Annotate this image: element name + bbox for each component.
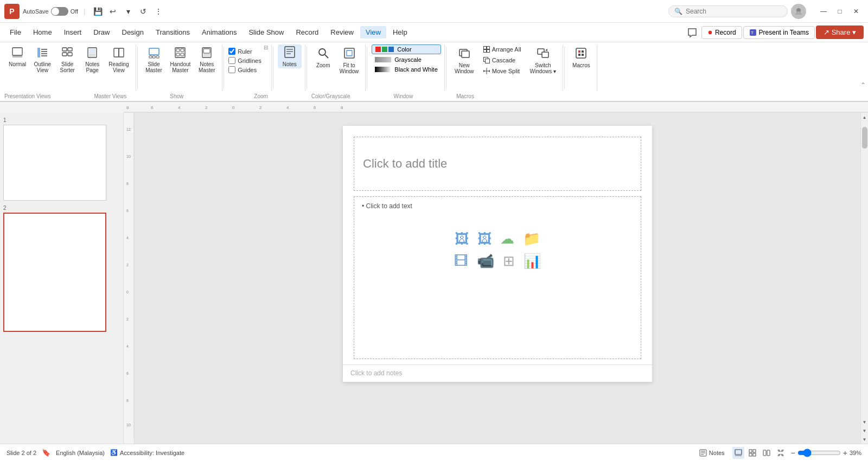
normal-view-button[interactable]: Normal (5, 44, 29, 69)
scroll-down-arrow-3[interactable]: ▼ (861, 435, 869, 444)
customize-button[interactable]: ⋮ (151, 4, 165, 18)
notes-page-button[interactable]: NotesPage (80, 44, 104, 75)
content-placeholder[interactable]: • Click to add text 🖼 🖼 ☁ 📁 🎞 📹 ⊞ (354, 196, 641, 359)
menu-slideshow[interactable]: Slide Show (243, 26, 289, 39)
macros-button[interactable]: Macros (569, 44, 593, 71)
editing-area[interactable]: Click to add title • Click to add text 🖼… (135, 113, 860, 444)
undo-button[interactable]: ↩ (106, 4, 120, 18)
close-button[interactable]: ✕ (848, 4, 864, 19)
reading-view-button[interactable]: ReadingView (105, 44, 132, 75)
notes-status-button[interactable]: Notes (696, 448, 728, 458)
menu-draw[interactable]: Draw (88, 26, 115, 39)
color-mode-bw[interactable]: Black and White (372, 65, 441, 74)
scroll-down-arrow-1[interactable]: ▼ (861, 418, 869, 426)
notes-area[interactable]: Click to add notes (343, 364, 652, 382)
menu-design[interactable]: Design (117, 26, 149, 39)
menu-view[interactable]: View (360, 26, 386, 39)
fit-to-window-button[interactable]: Fit toWindow (336, 44, 362, 76)
color-mode-color[interactable]: Color (372, 44, 441, 54)
search-input[interactable] (686, 8, 773, 15)
svg-text:6: 6 (151, 105, 154, 110)
notes-master-button[interactable]: NotesMaster (195, 44, 219, 75)
color-mode-grayscale[interactable]: Grayscale (372, 55, 441, 64)
insert-table-icon[interactable]: ⊞ (503, 253, 515, 270)
menu-animations[interactable]: Animations (196, 26, 242, 39)
zoom-percent-label[interactable]: 39% (850, 450, 861, 456)
svg-rect-30 (203, 49, 210, 53)
svg-point-37 (319, 49, 326, 55)
normal-view-status-button[interactable] (732, 447, 744, 459)
notes-button[interactable]: Notes (278, 44, 302, 68)
menu-file[interactable]: File (4, 26, 27, 39)
ribbon-group-window: NewWindow Arrange All Cascade Move Split (448, 44, 563, 91)
menu-home[interactable]: Home (28, 26, 58, 39)
save-button[interactable]: 💾 (91, 4, 105, 18)
insert-stock-image-icon[interactable]: 🖼 (477, 230, 492, 247)
presentation-title-input[interactable]: Presentation1 - PowerP... (336, 7, 499, 15)
maximize-button[interactable]: □ (832, 4, 847, 19)
comments-button[interactable] (684, 24, 700, 41)
present-teams-button[interactable]: T Present in Teams (743, 26, 815, 39)
minimize-button[interactable]: — (816, 4, 831, 19)
master-views-label: Master Views (94, 93, 126, 99)
ribbon-collapse-button[interactable]: ⌃ (860, 81, 866, 89)
arrange-all-button[interactable]: Arrange All (480, 44, 525, 54)
ruler-checkbox[interactable]: Ruler (228, 48, 261, 55)
user-avatar[interactable] (791, 4, 806, 19)
fullscreen-status-button[interactable] (775, 447, 787, 459)
cascade-button[interactable]: Cascade (480, 55, 525, 65)
scroll-thumb[interactable] (862, 127, 867, 149)
macros-label: Macros (572, 62, 590, 68)
svg-text:T: T (751, 30, 754, 35)
slide-preview-1[interactable] (3, 125, 106, 201)
guides-checkbox[interactable]: Guides (228, 66, 261, 73)
outline-view-button[interactable]: OutlineView (30, 44, 54, 75)
scroll-down-arrow-2[interactable]: ▼ (861, 426, 869, 435)
vertical-scrollbar[interactable]: ▲ ▼ ▼ ▼ (860, 113, 868, 444)
redo-button[interactable]: ↺ (136, 4, 150, 18)
menu-insert[interactable]: Insert (59, 26, 87, 39)
reading-view-status-button[interactable] (761, 447, 773, 459)
insert-online-picture-icon[interactable]: ☁ (500, 230, 514, 247)
undo-dropdown[interactable]: ▾ (121, 4, 135, 18)
accessibility-area[interactable]: ♿ Accessibility: Investigate (110, 449, 184, 456)
new-window-button[interactable]: NewWindow (451, 44, 478, 76)
record-button[interactable]: ⏺ Record (701, 26, 742, 39)
move-split-button[interactable]: Move Split (480, 66, 525, 76)
zoom-button[interactable]: Zoom (311, 44, 335, 71)
slide-sorter-button[interactable]: SlideSorter (55, 44, 79, 75)
menu-record[interactable]: Record (290, 26, 324, 39)
svg-text:4: 4 (286, 105, 289, 110)
handout-master-button[interactable]: HandoutMaster (167, 44, 194, 75)
gridlines-checkbox[interactable]: Gridlines (228, 57, 261, 64)
insert-film-icon[interactable]: 📹 (477, 253, 494, 270)
svg-rect-23 (156, 56, 159, 58)
menu-review[interactable]: Review (325, 26, 359, 39)
zoom-slider[interactable] (797, 449, 841, 457)
scroll-up-arrow[interactable]: ▲ (861, 113, 869, 121)
share-button[interactable]: ↗ Share ▾ (816, 25, 864, 39)
slide-preview-2[interactable] (3, 213, 106, 332)
svg-rect-90 (735, 455, 742, 456)
insert-chart-icon[interactable]: 📊 (524, 253, 541, 270)
presentation-views-label: Presentation Views (4, 93, 50, 99)
insert-icon-icon[interactable]: 📁 (523, 230, 540, 247)
menu-help[interactable]: Help (387, 26, 413, 39)
search-box[interactable]: 🔍 (668, 5, 788, 17)
insert-picture-icon[interactable]: 🖼 (455, 230, 469, 247)
insert-video-icon[interactable]: 🎞 (454, 253, 468, 270)
zoom-minus-button[interactable]: − (791, 449, 795, 457)
zoom-plus-button[interactable]: + (843, 449, 847, 457)
menu-transitions[interactable]: Transitions (150, 26, 195, 39)
title-placeholder[interactable]: Click to add title (354, 137, 641, 191)
svg-rect-59 (582, 54, 584, 56)
svg-rect-12 (62, 53, 67, 56)
slide-thumb-2[interactable]: 2 (3, 205, 120, 332)
svg-rect-45 (483, 50, 486, 53)
show-expand-icon[interactable]: ⊟ (264, 44, 268, 50)
switch-windows-button[interactable]: SwitchWindows ▾ (527, 44, 559, 76)
slide-master-button[interactable]: SlideMaster (142, 44, 166, 75)
slide-thumb-1[interactable]: 1 (3, 117, 120, 201)
slide-sorter-status-button[interactable] (746, 447, 758, 459)
autosave-toggle[interactable] (51, 7, 68, 16)
